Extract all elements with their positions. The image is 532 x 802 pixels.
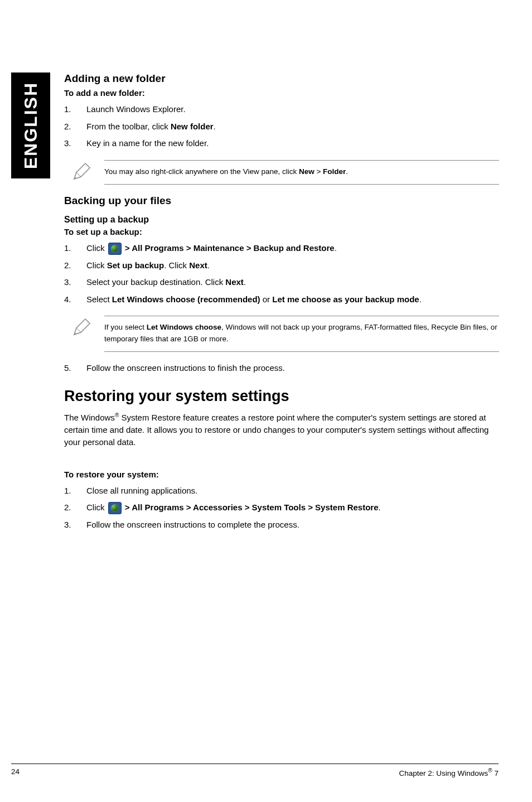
step-number: 3.	[64, 276, 86, 289]
subtitle-restore: To restore your system:	[64, 470, 499, 479]
list-item: 1. Launch Windows Explorer.	[64, 103, 499, 116]
list-item: 2. Click > All Programs > Accessories > …	[64, 501, 499, 514]
note-text: If you select Let Windows choose, Window…	[104, 316, 499, 352]
step-text: Key in a name for the new folder.	[86, 137, 499, 150]
note-block: If you select Let Windows choose, Window…	[64, 316, 499, 352]
step-number: 5.	[64, 362, 86, 375]
steps-add-folder: 1. Launch Windows Explorer. 2. From the …	[64, 103, 499, 150]
steps-backup: 1. Click > All Programs > Maintenance > …	[64, 242, 499, 306]
step-number: 2.	[64, 501, 86, 514]
step-text: Follow the onscreen instructions to comp…	[86, 519, 499, 532]
step-number: 4.	[64, 293, 86, 306]
list-item: 3. Key in a name for the new folder.	[64, 137, 499, 150]
step-number: 3.	[64, 137, 86, 150]
list-item: 3. Follow the onscreen instructions to c…	[64, 519, 499, 532]
subheading-backup: Setting up a backup	[64, 215, 499, 225]
heading-add-folder: Adding a new folder	[64, 73, 499, 85]
step-text: Launch Windows Explorer.	[86, 103, 499, 116]
list-item: 1. Click > All Programs > Maintenance > …	[64, 242, 499, 255]
step-text: Click > All Programs > Maintenance > Bac…	[86, 242, 499, 255]
language-label: ENGLISH	[21, 82, 41, 169]
step-number: 1.	[64, 485, 86, 497]
pencil-icon	[70, 316, 92, 340]
step-number: 3.	[64, 519, 86, 532]
list-item: 2. From the toolbar, click New folder.	[64, 120, 499, 133]
heading-backup: Backing up your files	[64, 195, 499, 207]
step-number: 2.	[64, 259, 86, 272]
list-item: 2. Click Set up backup. Click Next.	[64, 259, 499, 272]
steps-restore: 1. Close all running applications. 2. Cl…	[64, 485, 499, 532]
note-block: You may also right-click anywhere on the…	[64, 160, 499, 185]
step-text: Click > All Programs > Accessories > Sys…	[86, 501, 499, 514]
page-number: 24	[11, 767, 20, 777]
step-text: Select your backup destination. Click Ne…	[86, 276, 499, 289]
step-text: Click Set up backup. Click Next.	[86, 259, 499, 272]
step-number: 1.	[64, 103, 86, 116]
steps-backup-cont: 5. Follow the onscreen instructions to f…	[64, 362, 499, 375]
subtitle-backup: To set up a backup:	[64, 227, 499, 236]
list-item: 5. Follow the onscreen instructions to f…	[64, 362, 499, 375]
step-text: Close all running applications.	[86, 485, 499, 497]
main-content: Adding a new folder To add a new folder:…	[64, 73, 499, 540]
start-icon	[108, 502, 122, 514]
list-item: 3. Select your backup destination. Click…	[64, 276, 499, 289]
note-text: You may also right-click anywhere on the…	[104, 160, 499, 185]
step-number: 1.	[64, 242, 86, 255]
list-item: 1. Close all running applications.	[64, 485, 499, 497]
chapter-label: Chapter 2: Using Windows® 7	[399, 767, 499, 777]
pencil-icon	[70, 160, 92, 185]
page-footer: 24 Chapter 2: Using Windows® 7	[11, 764, 499, 777]
step-text: From the toolbar, click New folder.	[86, 120, 499, 133]
language-tab: ENGLISH	[11, 73, 50, 178]
step-text: Follow the onscreen instructions to fini…	[86, 362, 499, 375]
step-number: 2.	[64, 120, 86, 133]
start-icon	[108, 243, 122, 255]
list-item: 4. Select Let Windows choose (recommende…	[64, 293, 499, 306]
subtitle-add-folder: To add a new folder:	[64, 88, 499, 98]
heading-restore: Restoring your system settings	[64, 388, 499, 405]
step-text: Select Let Windows choose (recommended) …	[86, 293, 499, 306]
intro-restore: The Windows® System Restore feature crea…	[64, 412, 499, 448]
